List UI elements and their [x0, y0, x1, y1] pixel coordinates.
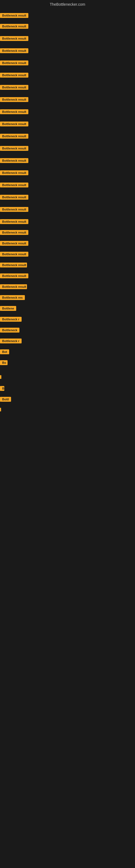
list-item[interactable]: Bottleneck result: [0, 85, 28, 91]
bottleneck-badge: Bottleneck result: [0, 122, 28, 126]
list-item[interactable]: Bottleneck result: [0, 158, 28, 164]
list-item[interactable]: Bottleneck result: [0, 183, 28, 188]
bottleneck-badge: Bottleneck result: [0, 219, 28, 224]
list-item[interactable]: Bottleneck result: [0, 122, 28, 127]
list-item[interactable]: Bottleneck result: [0, 146, 28, 152]
bottleneck-badge: Bottleneck result: [0, 109, 28, 114]
list-item[interactable]: Bottleneck result: [0, 48, 28, 54]
list-item[interactable]: Bottleneck result: [0, 97, 28, 103]
bottleneck-badge: B: [0, 386, 4, 391]
list-item[interactable]: Bottleneck result: [0, 219, 28, 225]
bottleneck-badge: Bottleneck r: [0, 339, 21, 343]
bottleneck-badge: Bottleneck result: [0, 146, 28, 151]
list-item[interactable]: Bottlene: [0, 306, 16, 312]
bottleneck-badge: Bottleneck result: [0, 241, 28, 246]
list-item[interactable]: Bottleneck result: [0, 13, 28, 19]
bottleneck-badge: Bottleneck result: [0, 262, 27, 268]
bottleneck-badge: Bottleneck r: [0, 317, 21, 322]
bottleneck-badge: Bottleneck result: [0, 284, 27, 289]
bottleneck-badge: Bottleneck result: [0, 13, 28, 18]
site-title-bar: TheBottlenecker.com: [0, 0, 135, 8]
list-item[interactable]: Bot: [0, 349, 9, 355]
bottleneck-badge: Bottleneck result: [0, 230, 28, 235]
bottleneck-badge: Bottleneck result: [0, 134, 28, 138]
bottleneck-badge: Bottleneck result: [0, 73, 28, 78]
bottleneck-badge: Bo: [0, 360, 8, 365]
bottleneck-badge: Bottleneck result: [0, 61, 28, 65]
list-item[interactable]: Bottleneck result: [0, 195, 28, 201]
bottleneck-badge: Bottleneck result: [0, 252, 28, 257]
list-item[interactable]: Bottleneck result: [0, 109, 28, 115]
bottleneck-badge: Bottleneck: [0, 328, 19, 333]
list-item[interactable]: Bottl: [0, 397, 11, 403]
list-item[interactable]: Bottleneck result: [0, 170, 28, 176]
list-item[interactable]: Bottleneck result: [0, 241, 28, 247]
list-item[interactable]: Bottleneck result: [0, 230, 28, 236]
bottleneck-badge: Bottleneck result: [0, 36, 28, 41]
list-item: [0, 408, 1, 411]
list-item[interactable]: Bottleneck result: [0, 284, 27, 290]
list-item[interactable]: Bottleneck result: [0, 252, 28, 258]
bottleneck-badge: Bottleneck result: [0, 85, 28, 90]
bottleneck-list: Bottleneck resultBottleneck resultBottle…: [0, 8, 135, 862]
list-item[interactable]: Bottleneck result: [0, 61, 28, 66]
list-item[interactable]: Bottleneck result: [0, 207, 28, 213]
bottleneck-badge: Bottleneck result: [0, 195, 28, 199]
bottleneck-badge: Bottleneck result: [0, 207, 28, 212]
bottleneck-badge: Bottlene: [0, 306, 16, 311]
list-item[interactable]: Bottleneck result: [0, 273, 28, 279]
bottleneck-badge: Bottleneck result: [0, 183, 28, 187]
list-item[interactable]: Bo: [0, 360, 8, 366]
bottleneck-badge: Bottl: [0, 397, 11, 402]
list-item[interactable]: Bottleneck result: [0, 73, 28, 79]
list-item[interactable]: B: [0, 386, 4, 392]
list-item[interactable]: Bottleneck result: [0, 134, 28, 140]
bottleneck-badge: Bot: [0, 349, 9, 354]
bottleneck-badge: Bottleneck result: [0, 24, 28, 29]
list-item: [0, 375, 1, 379]
list-item[interactable]: Bottleneck result: [0, 36, 28, 42]
list-item[interactable]: Bottleneck result: [0, 262, 27, 269]
bottleneck-badge: Bottleneck result: [0, 273, 28, 278]
bottleneck-badge: Bottleneck res: [0, 295, 25, 300]
list-item[interactable]: Bottleneck res: [0, 295, 25, 301]
list-item[interactable]: Bottleneck r: [0, 339, 21, 344]
bottleneck-badge: Bottleneck result: [0, 158, 28, 163]
bottleneck-badge: Bottleneck result: [0, 97, 28, 102]
bottleneck-badge: Bottleneck result: [0, 48, 28, 53]
bottleneck-badge: Bottleneck result: [0, 170, 28, 175]
site-title: TheBottlenecker.com: [50, 2, 85, 6]
list-item[interactable]: Bottleneck: [0, 328, 19, 334]
list-item[interactable]: Bottleneck r: [0, 317, 21, 323]
list-item[interactable]: Bottleneck result: [0, 24, 28, 30]
